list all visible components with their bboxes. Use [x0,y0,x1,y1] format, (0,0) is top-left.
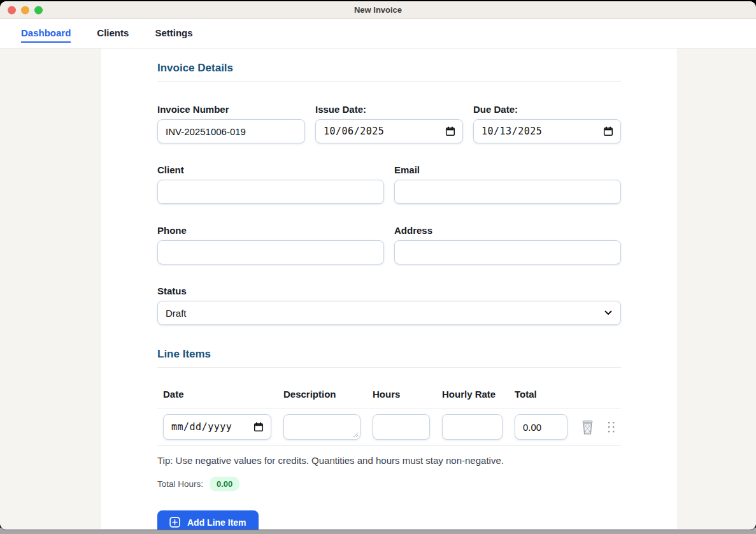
email-input[interactable] [394,180,621,204]
email-field: Email [394,165,621,204]
status-field: Status Draft [157,286,621,325]
line-hours-input[interactable] [373,414,430,440]
delete-line-item-button[interactable] [580,419,595,435]
email-label: Email [394,165,621,175]
column-header-description: Description [283,389,360,400]
invoice-number-field: Invoice Number [157,105,305,143]
client-label: Client [157,165,384,175]
due-date-field: Due Date: [473,105,621,143]
column-header-hours: Hours [373,389,430,400]
line-description-textarea[interactable] [283,414,360,440]
due-date-label: Due Date: [473,105,621,114]
total-hours-label: Total Hours: [157,479,203,489]
status-select[interactable]: Draft [157,301,621,325]
tab-clients[interactable]: Clients [97,27,129,43]
invoice-details-heading: Invoice Details [157,62,621,75]
invoice-number-label: Invoice Number [157,105,305,114]
line-date-field[interactable] [163,414,271,440]
add-line-item-button[interactable]: Add Line Item [157,510,259,530]
window-title: New Invoice [354,5,402,15]
client-email-row: Client Email [157,165,621,204]
status-label: Status [157,286,621,296]
line-date-input[interactable] [163,414,271,440]
invoice-number-input[interactable] [157,119,305,143]
column-header-date: Date [163,389,271,400]
issue-date-input[interactable] [315,119,463,143]
address-field: Address [394,226,621,264]
divider [157,81,621,82]
title-bar: New Invoice [0,1,756,19]
main-area: Invoice Details Invoice Number Issue Dat… [0,48,756,529]
phone-field: Phone [157,226,384,264]
drag-handle-icon [608,421,615,433]
traffic-lights [8,6,43,14]
line-total-input[interactable] [515,414,567,440]
total-hours-badge: 0.00 [210,477,239,491]
close-window-button[interactable] [8,6,16,14]
line-items-header-row: Date Description Hours Hourly Rate Total [157,389,621,408]
line-description-field [283,414,360,440]
invoice-meta-row: Invoice Number Issue Date: [157,105,621,143]
phone-label: Phone [157,226,384,235]
due-date-value[interactable] [473,119,621,143]
issue-date-value[interactable] [315,119,463,143]
phone-input[interactable] [157,240,384,264]
add-line-item-label: Add Line Item [187,517,246,528]
tab-dashboard[interactable]: Dashboard [21,27,71,43]
zoom-window-button[interactable] [34,6,43,14]
issue-date-label: Issue Date: [315,105,463,114]
status-select-wrap: Draft [157,301,621,325]
app-window: New Invoice Dashboard Clients Settings I… [0,1,756,530]
tip-text: Tip: Use negative values for credits. Qu… [157,455,621,466]
total-hours-row: Total Hours: 0.00 [157,477,621,491]
drag-row-handle[interactable] [607,421,616,433]
divider [157,445,621,446]
address-label: Address [394,226,621,235]
phone-address-row: Phone Address [157,226,621,264]
invoice-form-card: Invoice Details Invoice Number Issue Dat… [101,48,677,529]
client-input[interactable] [157,180,384,204]
line-item-row [157,408,621,445]
column-header-hourly-rate: Hourly Rate [442,389,503,400]
column-header-total: Total [515,389,567,400]
divider [157,367,621,368]
plus-icon [169,517,180,528]
address-input[interactable] [394,240,621,264]
main-nav: Dashboard Clients Settings [0,19,756,48]
due-date-input[interactable] [473,119,621,143]
issue-date-field: Issue Date: [315,105,463,143]
trash-icon [581,419,594,435]
line-hourly-rate-input[interactable] [442,414,503,440]
line-items-heading: Line Items [157,348,621,361]
client-field: Client [157,165,384,204]
tab-settings[interactable]: Settings [155,27,192,43]
minimize-window-button[interactable] [21,6,29,14]
